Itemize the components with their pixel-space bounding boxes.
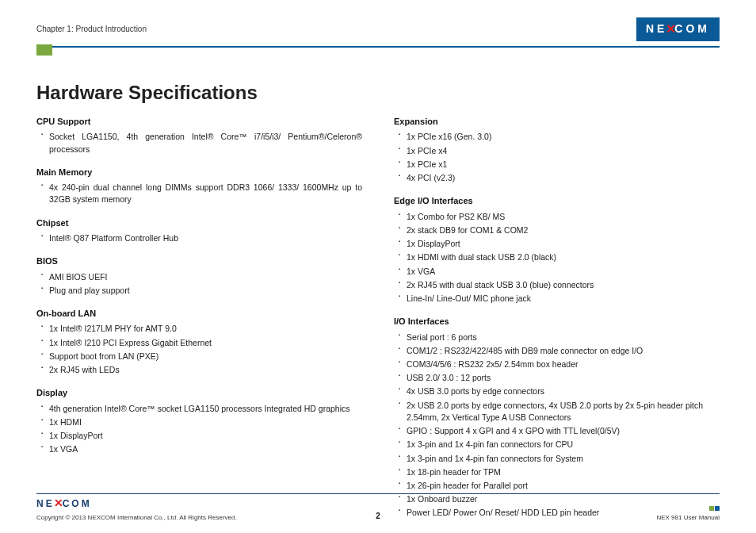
page-footer: NE✕COM Copyright © 2013 NEXCOM Internati…	[36, 493, 720, 522]
section-heading: BIOS	[36, 255, 362, 267]
spec-item: 1x Intel® I217LM PHY for AMT 9.0	[41, 323, 362, 335]
spec-item: 4th generation Intel® Core™ socket LGA11…	[41, 403, 362, 415]
spec-item: 2x RJ45 with dual stack USB 3.0 (blue) c…	[399, 279, 720, 291]
spec-item: Serial port : 6 ports	[399, 332, 720, 343]
spec-item: Intel® Q87 Platform Controller Hub	[41, 232, 362, 244]
manual-name: NEX 981 User Manual	[492, 513, 720, 522]
section-heading: CPU Support	[36, 116, 362, 128]
spec-item: 1x 26-pin header for Parallel port	[399, 480, 720, 492]
spec-item: 1x 3-pin and 1x 4-pin fan connectors for…	[399, 453, 720, 465]
spec-item: USB 2.0/ 3.0 : 12 ports	[399, 372, 720, 384]
spec-list: 1x Intel® I217LM PHY for AMT 9.01x Intel…	[36, 323, 362, 376]
spec-list: 4x 240-pin dual channel long DIMMs suppo…	[36, 182, 362, 205]
section-heading: On-board LAN	[36, 308, 362, 320]
spec-item: COM1/2 : RS232/422/485 with DB9 male con…	[399, 345, 720, 357]
spec-item: 1x HDMI	[41, 416, 362, 428]
spec-item: 1x VGA	[41, 443, 362, 455]
content-columns: CPU SupportSocket LGA1150, 4th generatio…	[36, 116, 720, 521]
left-column: CPU SupportSocket LGA1150, 4th generatio…	[36, 116, 362, 521]
spec-item: AMI BIOS UEFI	[41, 271, 362, 283]
spec-list: 1x Combo for PS2 KB/ MS2x stack DB9 for …	[394, 211, 720, 305]
spec-item: GPIO : Support 4 x GPI and 4 x GPO with …	[399, 425, 720, 437]
section-heading: Main Memory	[36, 167, 362, 178]
spec-item: 1x DisplayPort	[399, 238, 720, 250]
spec-list: Intel® Q87 Platform Controller Hub	[36, 232, 362, 244]
spec-item: 1x PCIe x16 (Gen. 3.0)	[399, 131, 720, 143]
spec-item: 1x DisplayPort	[41, 430, 362, 442]
spec-item: 1x 18-pin header for TPM	[399, 466, 720, 478]
page-header: Chapter 1: Product Introduction NE✕COM	[36, 17, 720, 48]
spec-item: 1x HDMI with dual stack USB 2.0 (black)	[399, 251, 720, 263]
spec-list: Serial port : 6 portsCOM1/2 : RS232/422/…	[394, 332, 720, 520]
spec-item: 2x stack DB9 for COM1 & COM2	[399, 224, 720, 236]
spec-item: 4x USB 3.0 ports by edge connectors	[399, 385, 720, 397]
spec-item: COM3/4/5/6 : RS232 2x5/ 2.54mm box heade…	[399, 359, 720, 370]
spec-item: 1x PCIe x4	[399, 145, 720, 157]
copyright-text: Copyright © 2013 NEXCOM International Co…	[36, 514, 237, 521]
spec-list: 1x PCIe x16 (Gen. 3.0)1x PCIe x41x PCIe …	[394, 131, 720, 184]
spec-item: Support boot from LAN (PXE)	[41, 351, 362, 362]
spec-item: 1x VGA	[399, 266, 720, 278]
spec-item: 1x Combo for PS2 KB/ MS	[399, 211, 720, 223]
right-column: Expansion1x PCIe x16 (Gen. 3.0)1x PCIe x…	[394, 116, 720, 521]
spec-list: AMI BIOS UEFIPlug and play support	[36, 271, 362, 297]
brand-logo-bottom: NE✕COM	[36, 496, 92, 512]
spec-item: 1x PCIe x1	[399, 159, 720, 171]
section-heading: Display	[36, 387, 362, 399]
spec-item: 2x USB 2.0 ports by edge connectors, 4x …	[399, 400, 720, 424]
chapter-label: Chapter 1: Product Introduction	[36, 24, 147, 35]
section-heading: Chipset	[36, 217, 362, 229]
spec-item: 1x Intel® I210 PCI Express Gigabit Ether…	[41, 337, 362, 349]
section-heading: Expansion	[394, 116, 720, 128]
section-heading: Edge I/O Interfaces	[394, 195, 720, 207]
spec-item: 1x 3-pin and 1x 4-pin fan connectors for…	[399, 439, 720, 451]
spec-list: Socket LGA1150, 4th generation Intel® Co…	[36, 131, 362, 155]
spec-item: Plug and play support	[41, 285, 362, 297]
spec-item: 4x PCI (v2.3)	[399, 172, 720, 184]
accent-block	[36, 44, 52, 56]
page-title: Hardware Specifications	[36, 79, 720, 106]
spec-item: 4x 240-pin dual channel long DIMMs suppo…	[41, 182, 362, 205]
spec-item: 2x RJ45 with LEDs	[41, 364, 362, 376]
spec-item: Line-In/ Line-Out/ MIC phone jack	[399, 293, 720, 305]
spec-list: 4th generation Intel® Core™ socket LGA11…	[36, 403, 362, 456]
section-heading: I/O Interfaces	[394, 316, 720, 328]
spec-item: Socket LGA1150, 4th generation Intel® Co…	[41, 131, 362, 155]
page-number: 2	[264, 511, 491, 522]
brand-logo-top: NE✕COM	[636, 17, 720, 41]
